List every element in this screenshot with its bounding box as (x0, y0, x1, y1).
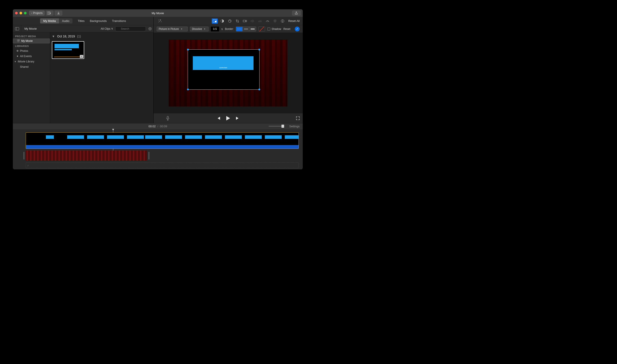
media-date-group[interactable]: ▼ Oct 18, 2019 (1) (52, 35, 151, 38)
search-input[interactable] (115, 26, 146, 31)
timeline[interactable]: ♪ (13, 129, 303, 169)
primary-video-clip[interactable] (26, 151, 147, 161)
clip-filter-button[interactable] (272, 18, 278, 24)
resize-handle-tl[interactable] (187, 49, 189, 51)
browser-breadcrumb[interactable]: My Movie (21, 27, 40, 30)
tab-titles[interactable]: Titles (78, 19, 85, 23)
reset-all-button[interactable]: Reset All (288, 19, 300, 23)
zoom-window-button[interactable] (24, 12, 27, 14)
color-balance-button[interactable] (219, 18, 225, 24)
minimize-window-button[interactable] (19, 12, 22, 14)
pip-reset-button[interactable]: Reset (283, 27, 290, 31)
noise-eq-button[interactable] (257, 18, 263, 24)
current-time: 00:02 (149, 125, 156, 128)
three-circles-icon (273, 19, 277, 23)
prev-button[interactable] (217, 117, 220, 120)
border-none-option[interactable] (236, 27, 243, 31)
clip-thumbnail[interactable]: ＋ (52, 41, 84, 59)
sidebar-item-imovie-library[interactable]: ▾ iMovie Library (13, 59, 50, 64)
filmstrip-frame (185, 135, 202, 139)
filmstrip-frame (145, 135, 162, 139)
video-canvas[interactable]: some text (169, 40, 288, 106)
tab-my-media[interactable]: My Media (40, 18, 59, 24)
close-window-button[interactable] (15, 12, 18, 14)
volume-button[interactable] (249, 18, 256, 24)
svg-line-33 (268, 21, 268, 22)
timeline-settings-button[interactable]: Settings (289, 125, 300, 128)
media-import-button[interactable] (46, 11, 54, 15)
wand-icon (158, 19, 162, 23)
svg-rect-3 (48, 13, 49, 14)
clips-filter-dropdown[interactable]: All Clips ⇅ (99, 27, 115, 30)
clip-audio-lane (26, 145, 299, 149)
total-time: 00:09 (160, 125, 167, 128)
media-browser: ▼ Oct 18, 2019 (1) ＋ (50, 32, 153, 123)
transition-duration-field[interactable]: 0.5 (211, 26, 219, 31)
zoom-knob[interactable] (281, 125, 284, 128)
crop-button[interactable] (234, 18, 240, 24)
projects-back-button[interactable]: ‹ Projects (29, 11, 44, 15)
pip-track-clip[interactable] (26, 132, 299, 149)
play-button[interactable] (226, 116, 230, 121)
tab-backgrounds[interactable]: Backgrounds (90, 19, 107, 23)
sidebar-item-shared[interactable]: Shared (13, 64, 50, 69)
shadow-checkbox[interactable]: Shadow (267, 27, 281, 31)
filmstrip-frame (46, 135, 54, 139)
svg-rect-27 (243, 20, 246, 22)
speedometer-icon (266, 19, 269, 23)
info-button[interactable] (279, 18, 286, 24)
overlay-controls-button[interactable] (212, 18, 218, 24)
border-label: Border: (225, 27, 233, 31)
disclosure-triangle-icon[interactable]: ▼ (52, 35, 55, 38)
sidebar-toggle-button[interactable] (13, 25, 21, 32)
share-button[interactable] (292, 11, 301, 15)
filmstrip-frame (245, 135, 262, 139)
svg-line-17 (149, 29, 149, 30)
titlebar: ‹ Projects My Movie (13, 9, 303, 17)
filmstrip-note-icon (47, 12, 52, 15)
add-to-timeline-button[interactable]: ＋ (80, 55, 83, 58)
chevron-down-icon: ▾ (204, 28, 205, 30)
speed-button[interactable] (264, 18, 271, 24)
sidebar-item-photos[interactable]: ✲ Photos (13, 48, 50, 53)
pip-content: some text (193, 56, 254, 70)
app-window: ‹ Projects My Movie My Media Audio Title… (13, 9, 303, 169)
color-correction-button[interactable] (227, 18, 233, 24)
viewer: some text (154, 33, 303, 123)
disclosure-triangle-icon[interactable]: ▾ (14, 60, 16, 63)
tab-transitions[interactable]: Transitions (112, 19, 126, 23)
sidebar-item-my-movie[interactable]: 🎬 My Movie (13, 39, 50, 43)
svg-point-10 (150, 28, 151, 29)
next-button[interactable] (236, 117, 240, 120)
transition-select[interactable]: Dissolve ▾ (190, 26, 208, 31)
svg-rect-4 (49, 13, 50, 14)
overlay-mode-select[interactable]: Picture in Picture ▾ (157, 26, 188, 31)
stabilization-button[interactable] (242, 18, 248, 24)
browser-settings-button[interactable] (147, 27, 153, 31)
projects-label: Projects (33, 12, 42, 15)
import-download-button[interactable] (55, 11, 62, 15)
sidebar-item-all-events[interactable]: ✦ All Events (13, 53, 50, 59)
gear-icon (148, 27, 152, 31)
border-thin-option[interactable] (243, 27, 249, 31)
play-icon (226, 116, 230, 121)
transport-controls (154, 113, 303, 123)
media-tab-segment: My Media Audio (40, 18, 72, 24)
enhance-wand-button[interactable] (157, 18, 163, 24)
flower-icon: ✲ (16, 49, 19, 52)
zoom-slider[interactable] (269, 126, 283, 127)
svg-line-15 (149, 27, 149, 28)
fullscreen-button[interactable] (296, 117, 300, 120)
border-thick-option[interactable] (249, 27, 256, 31)
expand-icon (296, 117, 300, 120)
sidebar: PROJECT MEDIA 🎬 My Movie LIBRARIES ✲ Pho… (13, 32, 50, 123)
filmstrip-frame (225, 135, 242, 139)
svg-rect-0 (47, 12, 50, 14)
apply-button[interactable]: ✓ (295, 26, 300, 31)
star-icon: ✦ (16, 55, 19, 58)
border-color-swatch[interactable] (258, 26, 265, 31)
voiceover-button[interactable] (166, 116, 170, 120)
audio-track-placeholder[interactable]: ♪ (26, 163, 299, 168)
pip-frame[interactable]: some text (188, 49, 260, 90)
tab-audio[interactable]: Audio (59, 18, 72, 24)
